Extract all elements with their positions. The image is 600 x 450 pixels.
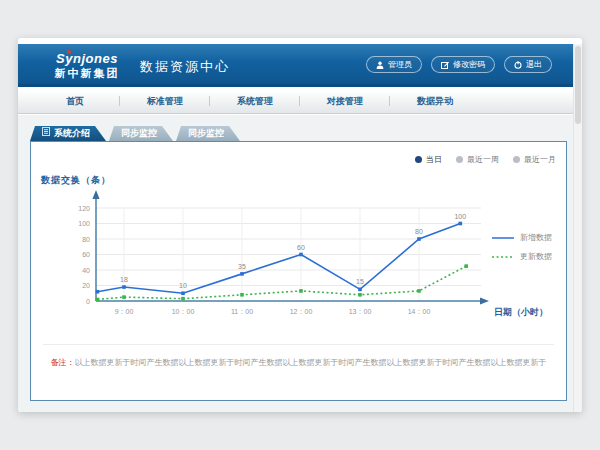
nav-item-data-change[interactable]: 数据异动 xyxy=(402,95,468,108)
app-header: Synjones 新中新集团 数据资源中心 管理员 修改密码 xyxy=(18,44,582,87)
admin-button[interactable]: 管理员 xyxy=(366,56,422,73)
legend-label: 更新数据 xyxy=(520,251,552,262)
tab-bar: 系统介绍 同步监控 同步监控 xyxy=(30,126,240,141)
svg-text:12：00: 12：00 xyxy=(290,308,313,315)
tab-sync-monitor-1[interactable]: 同步监控 xyxy=(109,126,173,141)
x-axis-label: 日期（小时） xyxy=(494,306,548,319)
note: 备注：以上数据更新于时间产生数据以上数据更新于时间产生数据以上数据更新于时间产生… xyxy=(43,344,554,368)
content-area: 系统介绍 同步监控 同步监控 当日 最近一周 xyxy=(18,115,582,412)
admin-button-label: 管理员 xyxy=(388,59,412,70)
svg-text:10：00: 10：00 xyxy=(172,308,195,315)
legend-item-update-data[interactable]: 更新数据 xyxy=(492,251,552,262)
tab-label: 同步监控 xyxy=(188,126,224,141)
browser-window: Synjones 新中新集团 数据资源中心 管理员 修改密码 xyxy=(18,38,582,412)
line-chart: 0204060801001209：0010：0011：0012：0013：001… xyxy=(49,186,529,321)
power-icon xyxy=(514,61,522,69)
note-text: 以上数据更新于时间产生数据以上数据更新于时间产生数据以上数据更新于时间产生数据以… xyxy=(75,358,547,367)
legend-line-solid xyxy=(492,235,514,241)
legend-item-new-data[interactable]: 新增数据 xyxy=(492,232,552,243)
scrollbar-thumb[interactable] xyxy=(575,46,581,124)
svg-text:35: 35 xyxy=(238,263,246,270)
svg-text:15: 15 xyxy=(356,278,364,285)
nav-item-system-mgmt[interactable]: 系统管理 xyxy=(222,95,288,108)
svg-text:100: 100 xyxy=(78,220,90,227)
tab-label: 系统介绍 xyxy=(54,126,90,141)
change-password-button[interactable]: 修改密码 xyxy=(431,56,495,73)
time-range-selector: 当日 最近一周 最近一月 xyxy=(415,154,556,165)
radio-dot xyxy=(456,156,463,163)
radio-dot xyxy=(415,156,422,163)
user-icon xyxy=(376,61,384,69)
chart-panel: 当日 最近一周 最近一月 数据交换（条） 0204060801001209：00… xyxy=(30,141,567,401)
note-prefix: 备注： xyxy=(51,358,75,367)
scrollbar[interactable] xyxy=(573,44,582,412)
y-axis-label: 数据交换（条） xyxy=(41,174,111,187)
logout-button-label: 退出 xyxy=(526,59,542,70)
svg-text:80: 80 xyxy=(82,236,90,243)
range-option-last-month[interactable]: 最近一月 xyxy=(513,154,556,165)
svg-text:40: 40 xyxy=(82,267,90,274)
legend-line-dotted xyxy=(492,254,514,260)
range-option-label: 最近一周 xyxy=(467,154,499,165)
svg-text:0: 0 xyxy=(86,298,90,305)
range-option-label: 当日 xyxy=(426,154,442,165)
radio-dot xyxy=(513,156,520,163)
range-option-label: 最近一月 xyxy=(524,154,556,165)
nav-item-interface-mgmt[interactable]: 对接管理 xyxy=(312,95,378,108)
svg-text:80: 80 xyxy=(415,228,423,235)
app-title: 数据资源中心 xyxy=(140,58,230,76)
chart-legend: 新增数据 更新数据 xyxy=(492,232,552,270)
legend-label: 新增数据 xyxy=(520,232,552,243)
svg-text:60: 60 xyxy=(82,251,90,258)
svg-text:14：00: 14：00 xyxy=(408,308,431,315)
logout-button[interactable]: 退出 xyxy=(504,56,552,73)
svg-text:9：00: 9：00 xyxy=(115,308,134,315)
svg-text:18: 18 xyxy=(120,276,128,283)
svg-text:10: 10 xyxy=(179,282,187,289)
nav-item-standard-mgmt[interactable]: 标准管理 xyxy=(132,95,198,108)
tab-sync-monitor-2[interactable]: 同步监控 xyxy=(176,126,240,141)
header-buttons: 管理员 修改密码 退出 xyxy=(366,56,552,73)
tab-system-intro[interactable]: 系统介绍 xyxy=(30,126,106,141)
document-icon xyxy=(42,126,50,141)
range-option-last-week[interactable]: 最近一周 xyxy=(456,154,499,165)
nav-bar: 首页 标准管理 系统管理 对接管理 数据异动 xyxy=(18,90,582,114)
svg-text:100: 100 xyxy=(454,213,466,220)
svg-text:60: 60 xyxy=(297,244,305,251)
svg-text:13：00: 13：00 xyxy=(349,308,372,315)
nav-item-home[interactable]: 首页 xyxy=(42,95,108,108)
brand-name: Synjones xyxy=(56,51,118,66)
tab-label: 同步监控 xyxy=(121,126,157,141)
svg-text:11：00: 11：00 xyxy=(231,308,253,315)
brand-logo: Synjones 新中新集团 xyxy=(48,49,126,81)
edit-icon xyxy=(441,61,449,69)
range-option-today[interactable]: 当日 xyxy=(415,154,442,165)
company-name: 新中新集团 xyxy=(48,66,126,81)
svg-text:120: 120 xyxy=(78,205,90,212)
change-password-button-label: 修改密码 xyxy=(453,59,485,70)
svg-text:20: 20 xyxy=(82,282,90,289)
